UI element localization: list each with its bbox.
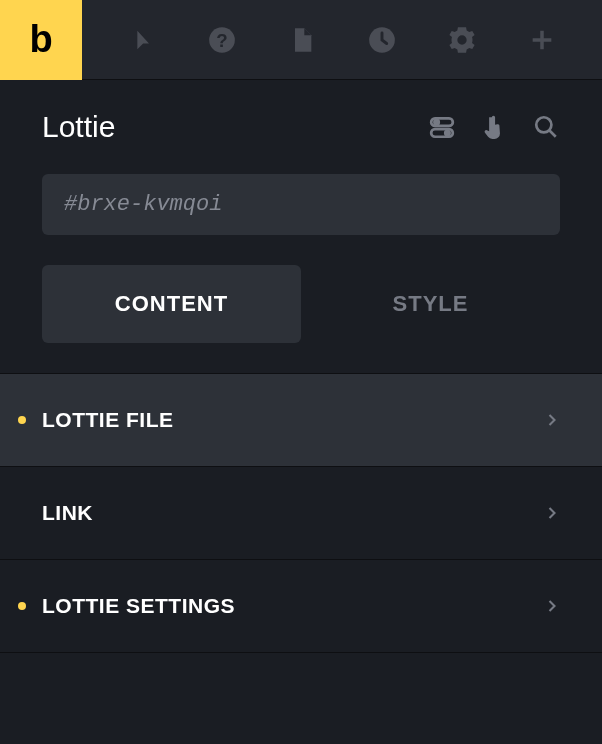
tab-group: CONTENT STYLE [42, 265, 560, 343]
tab-content[interactable]: CONTENT [42, 265, 301, 343]
topbar-icons: ? [82, 20, 602, 60]
section-label: LOTTIE SETTINGS [42, 594, 542, 618]
svg-point-7 [536, 117, 551, 132]
history-icon[interactable] [362, 20, 402, 60]
add-icon[interactable] [522, 20, 562, 60]
svg-point-6 [445, 131, 449, 135]
section-lottie-file[interactable]: LOTTIE FILE [0, 374, 602, 467]
logo[interactable]: b [0, 0, 82, 80]
chevron-right-icon [542, 596, 562, 616]
header-icons [428, 113, 560, 141]
svg-point-4 [434, 120, 438, 124]
help-icon[interactable]: ? [202, 20, 242, 60]
active-dot-icon [18, 416, 26, 424]
search-icon[interactable] [532, 113, 560, 141]
element-id-field[interactable]: #brxe-kvmqoi [42, 174, 560, 235]
page-title: Lottie [42, 110, 115, 144]
section-label: LOTTIE FILE [42, 408, 542, 432]
panel-header: Lottie [0, 80, 602, 164]
toggle-icon[interactable] [428, 113, 456, 141]
active-dot-icon [18, 602, 26, 610]
section-link[interactable]: LINK [0, 467, 602, 560]
interaction-icon[interactable] [480, 113, 508, 141]
section-lottie-settings[interactable]: LOTTIE SETTINGS [0, 560, 602, 653]
chevron-right-icon [542, 503, 562, 523]
section-list: LOTTIE FILE LINK LOTTIE SETTINGS [0, 373, 602, 653]
cursor-icon[interactable] [122, 20, 162, 60]
settings-icon[interactable] [442, 20, 482, 60]
svg-text:?: ? [216, 30, 227, 51]
page-icon[interactable] [282, 20, 322, 60]
chevron-right-icon [542, 410, 562, 430]
tab-style[interactable]: STYLE [301, 265, 560, 343]
section-label: LINK [42, 501, 542, 525]
topbar: b ? [0, 0, 602, 80]
